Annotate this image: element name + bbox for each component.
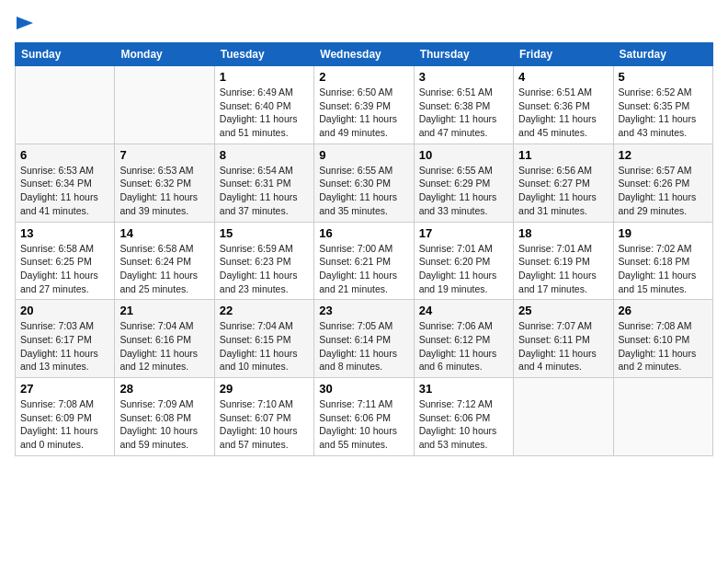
day-info: Sunrise: 7:00 AMSunset: 6:21 PMDaylight:… — [319, 242, 408, 296]
calendar-week-2: 6Sunrise: 6:53 AMSunset: 6:34 PMDaylight… — [16, 144, 713, 222]
weekday-header-tuesday: Tuesday — [214, 43, 313, 66]
day-number: 17 — [419, 226, 508, 240]
day-info: Sunrise: 7:01 AMSunset: 6:20 PMDaylight:… — [419, 242, 508, 296]
day-info: Sunrise: 6:51 AMSunset: 6:36 PMDaylight:… — [518, 86, 608, 140]
logo-arrow-icon — [17, 15, 37, 31]
calendar-cell: 5Sunrise: 6:52 AMSunset: 6:35 PMDaylight… — [613, 66, 712, 144]
day-info: Sunrise: 7:03 AMSunset: 6:17 PMDaylight:… — [20, 319, 109, 373]
day-info: Sunrise: 7:04 AMSunset: 6:15 PMDaylight:… — [220, 319, 309, 373]
day-number: 16 — [319, 226, 408, 240]
calendar-cell: 29Sunrise: 7:10 AMSunset: 6:07 PMDayligh… — [214, 378, 313, 456]
day-info: Sunrise: 6:51 AMSunset: 6:38 PMDaylight:… — [419, 86, 508, 140]
day-number: 30 — [319, 382, 408, 396]
day-info: Sunrise: 6:57 AMSunset: 6:26 PMDaylight:… — [619, 164, 708, 218]
calendar-cell: 2Sunrise: 6:50 AMSunset: 6:39 PMDaylight… — [314, 66, 414, 144]
weekday-header-saturday: Saturday — [613, 43, 712, 66]
day-number: 12 — [619, 148, 708, 162]
day-number: 8 — [220, 148, 309, 162]
calendar-cell: 7Sunrise: 6:53 AMSunset: 6:32 PMDaylight… — [115, 144, 214, 222]
calendar-cell: 12Sunrise: 6:57 AMSunset: 6:26 PMDayligh… — [613, 144, 712, 222]
logo — [15, 15, 37, 31]
calendar-cell: 17Sunrise: 7:01 AMSunset: 6:20 PMDayligh… — [414, 222, 513, 300]
calendar-cell: 16Sunrise: 7:00 AMSunset: 6:21 PMDayligh… — [314, 222, 414, 300]
day-info: Sunrise: 7:04 AMSunset: 6:16 PMDaylight:… — [119, 319, 209, 373]
day-info: Sunrise: 6:58 AMSunset: 6:24 PMDaylight:… — [119, 242, 209, 296]
calendar-cell — [613, 378, 712, 456]
svg-marker-0 — [17, 17, 33, 29]
calendar-cell: 6Sunrise: 6:53 AMSunset: 6:34 PMDaylight… — [16, 144, 115, 222]
day-info: Sunrise: 6:53 AMSunset: 6:32 PMDaylight:… — [119, 164, 209, 218]
day-number: 21 — [119, 304, 209, 317]
day-info: Sunrise: 7:10 AMSunset: 6:07 PMDaylight:… — [220, 397, 309, 452]
calendar-cell: 9Sunrise: 6:55 AMSunset: 6:30 PMDaylight… — [314, 144, 414, 222]
day-number: 10 — [419, 148, 508, 162]
day-number: 2 — [319, 70, 408, 84]
day-number: 28 — [119, 382, 209, 396]
day-number: 20 — [20, 304, 109, 317]
calendar-cell: 1Sunrise: 6:49 AMSunset: 6:40 PMDaylight… — [214, 66, 313, 144]
day-number: 24 — [419, 304, 508, 317]
calendar-cell: 4Sunrise: 6:51 AMSunset: 6:36 PMDaylight… — [514, 66, 613, 144]
calendar-week-5: 27Sunrise: 7:08 AMSunset: 6:09 PMDayligh… — [16, 378, 713, 456]
day-info: Sunrise: 6:56 AMSunset: 6:27 PMDaylight:… — [518, 164, 608, 218]
day-info: Sunrise: 6:55 AMSunset: 6:30 PMDaylight:… — [319, 164, 408, 218]
calendar-cell: 14Sunrise: 6:58 AMSunset: 6:24 PMDayligh… — [115, 222, 214, 300]
calendar-cell: 30Sunrise: 7:11 AMSunset: 6:06 PMDayligh… — [314, 378, 414, 456]
calendar-cell: 18Sunrise: 7:01 AMSunset: 6:19 PMDayligh… — [514, 222, 613, 300]
day-info: Sunrise: 7:05 AMSunset: 6:14 PMDaylight:… — [319, 319, 408, 373]
day-number: 22 — [220, 304, 309, 317]
day-number: 9 — [319, 148, 408, 162]
day-number: 26 — [619, 304, 708, 317]
weekday-header-thursday: Thursday — [414, 43, 513, 66]
day-info: Sunrise: 6:55 AMSunset: 6:29 PMDaylight:… — [419, 164, 508, 218]
day-info: Sunrise: 7:08 AMSunset: 6:09 PMDaylight:… — [20, 397, 109, 452]
calendar-cell: 23Sunrise: 7:05 AMSunset: 6:14 PMDayligh… — [314, 300, 414, 378]
weekday-header-sunday: Sunday — [16, 43, 115, 66]
day-number: 14 — [119, 226, 209, 240]
day-info: Sunrise: 6:53 AMSunset: 6:34 PMDaylight:… — [20, 164, 109, 218]
calendar-cell: 22Sunrise: 7:04 AMSunset: 6:15 PMDayligh… — [214, 300, 313, 378]
day-info: Sunrise: 7:07 AMSunset: 6:11 PMDaylight:… — [518, 319, 608, 373]
calendar-cell: 3Sunrise: 6:51 AMSunset: 6:38 PMDaylight… — [414, 66, 513, 144]
calendar-cell: 19Sunrise: 7:02 AMSunset: 6:18 PMDayligh… — [613, 222, 712, 300]
day-info: Sunrise: 7:08 AMSunset: 6:10 PMDaylight:… — [619, 319, 708, 373]
calendar-cell: 10Sunrise: 6:55 AMSunset: 6:29 PMDayligh… — [414, 144, 513, 222]
day-number: 6 — [20, 148, 109, 162]
day-number: 3 — [419, 70, 508, 84]
day-info: Sunrise: 6:54 AMSunset: 6:31 PMDaylight:… — [220, 164, 309, 218]
day-number: 15 — [220, 226, 309, 240]
day-info: Sunrise: 7:02 AMSunset: 6:18 PMDaylight:… — [619, 242, 708, 296]
calendar-cell: 20Sunrise: 7:03 AMSunset: 6:17 PMDayligh… — [16, 300, 115, 378]
calendar-cell: 11Sunrise: 6:56 AMSunset: 6:27 PMDayligh… — [514, 144, 613, 222]
day-number: 18 — [518, 226, 608, 240]
day-number: 19 — [619, 226, 708, 240]
calendar-cell: 26Sunrise: 7:08 AMSunset: 6:10 PMDayligh… — [613, 300, 712, 378]
calendar-table: SundayMondayTuesdayWednesdayThursdayFrid… — [15, 42, 713, 456]
day-info: Sunrise: 6:59 AMSunset: 6:23 PMDaylight:… — [220, 242, 309, 296]
day-number: 7 — [119, 148, 209, 162]
calendar-cell: 8Sunrise: 6:54 AMSunset: 6:31 PMDaylight… — [214, 144, 313, 222]
day-info: Sunrise: 6:50 AMSunset: 6:39 PMDaylight:… — [319, 86, 408, 140]
day-number: 11 — [518, 148, 608, 162]
day-info: Sunrise: 7:01 AMSunset: 6:19 PMDaylight:… — [518, 242, 608, 296]
calendar-week-4: 20Sunrise: 7:03 AMSunset: 6:17 PMDayligh… — [16, 300, 713, 378]
calendar-cell: 27Sunrise: 7:08 AMSunset: 6:09 PMDayligh… — [16, 378, 115, 456]
day-number: 5 — [619, 70, 708, 84]
weekday-header-wednesday: Wednesday — [314, 43, 414, 66]
day-number: 29 — [220, 382, 309, 396]
calendar-cell: 15Sunrise: 6:59 AMSunset: 6:23 PMDayligh… — [214, 222, 313, 300]
weekday-header-friday: Friday — [514, 43, 613, 66]
day-info: Sunrise: 6:58 AMSunset: 6:25 PMDaylight:… — [20, 242, 109, 296]
day-info: Sunrise: 6:52 AMSunset: 6:35 PMDaylight:… — [619, 86, 708, 140]
day-number: 31 — [419, 382, 508, 396]
weekday-header-monday: Monday — [115, 43, 214, 66]
calendar-cell — [115, 66, 214, 144]
calendar-body: 1Sunrise: 6:49 AMSunset: 6:40 PMDaylight… — [16, 66, 713, 456]
day-number: 1 — [220, 70, 309, 84]
day-info: Sunrise: 7:06 AMSunset: 6:12 PMDaylight:… — [419, 319, 508, 373]
day-info: Sunrise: 7:09 AMSunset: 6:08 PMDaylight:… — [119, 397, 209, 452]
day-number: 25 — [518, 304, 608, 317]
day-info: Sunrise: 7:12 AMSunset: 6:06 PMDaylight:… — [419, 397, 508, 452]
calendar-cell: 21Sunrise: 7:04 AMSunset: 6:16 PMDayligh… — [115, 300, 214, 378]
day-info: Sunrise: 6:49 AMSunset: 6:40 PMDaylight:… — [220, 86, 309, 140]
